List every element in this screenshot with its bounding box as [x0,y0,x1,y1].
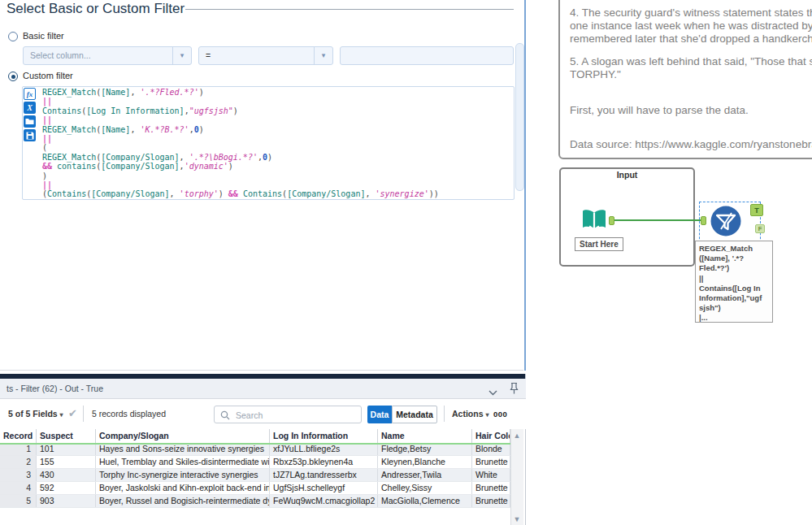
chevron-down-icon[interactable]: ▾ [172,47,191,64]
operator-dropdown[interactable]: = ▾ [198,46,333,65]
table-cell[interactable]: Brunette [472,482,510,494]
table-cell[interactable]: 101 [37,443,96,455]
table-cell[interactable]: Brunette [472,456,510,468]
panel-splitter[interactable] [524,0,526,371]
comment-paragraph: Data source: https://www.kaggle.com/ryan… [570,138,812,151]
caret-down-icon: ▾ [60,411,63,419]
apply-check-icon[interactable]: ✔ [68,407,77,419]
record-number-cell[interactable]: 5 [0,495,37,507]
table-cell[interactable]: Chelley,Sissy [378,482,472,494]
actions-dropdown[interactable]: Actions ▾ [452,409,489,419]
filter-input-anchor[interactable] [701,216,706,225]
table-cell[interactable]: 430 [37,469,96,481]
search-icon [220,410,230,420]
table-cell[interactable]: Torphy Inc-synergize interactive synergi… [96,469,270,481]
pin-icon[interactable] [509,382,519,398]
table-row[interactable]: 2155Huel, Tremblay and Skiles-disinterme… [0,456,510,469]
comment-box[interactable]: 4. The security guard's witness statemen… [558,0,812,159]
number-format-toggle[interactable]: 000 [493,410,507,419]
table-cell[interactable]: 903 [37,495,96,507]
functions-fx-icon[interactable]: fx [24,88,36,100]
column-header[interactable]: Hair Colo [472,429,510,443]
toolbar-separator [83,406,84,422]
scroll-down-arrow[interactable]: ▼ [513,515,521,523]
table-row[interactable]: 5903Boyer, Russel and Bogisich-reinterme… [0,495,510,508]
connection-wire[interactable] [614,219,702,221]
open-folder-icon[interactable] [24,115,36,128]
data-tab-button[interactable]: Data [367,406,392,423]
false-output-anchor[interactable]: F [755,224,765,233]
table-cell[interactable]: xfJYuLL.bfliege2s [270,443,378,455]
expression-line: || [42,115,510,124]
metadata-tab-button[interactable]: Metadata [392,406,437,423]
comment-paragraph: 4. The security guard's witness statemen… [570,7,812,46]
true-output-anchor[interactable]: T [750,204,763,216]
filter-value-field[interactable] [340,46,514,65]
search-box[interactable] [214,406,362,423]
expression-line: REGEX_Match([Name], '.*?Fled.*?') [42,88,510,97]
table-cell[interactable]: Rbxz53p.bkleynen4a [270,456,378,468]
table-cell[interactable]: Fledge,Betsy [378,443,472,455]
comment-paragraph: First, you will have to parse the data. [570,104,749,117]
variables-x-icon[interactable]: X [24,102,36,114]
column-select-dropdown[interactable]: Select column... ▾ [23,46,192,65]
column-header[interactable]: Suspect [37,429,96,443]
table-row[interactable]: 4592Boyer, Jaskolski and Kihn-exploit ba… [0,482,510,495]
chevron-down-icon[interactable]: ▾ [314,47,332,64]
search-input[interactable] [234,407,359,423]
table-cell[interactable]: Kleynen,Blanche [378,456,472,468]
table-cell[interactable]: 592 [37,482,96,494]
table-cell[interactable]: tJZ7LAg.tandresserbx [270,469,378,481]
fields-dropdown[interactable]: 5 of 5 Fields ▾ [8,409,63,419]
table-row[interactable]: 1101Hayes and Sons-seize innovative syne… [0,443,510,456]
title-rule-line [185,9,514,10]
header-underline [0,443,510,445]
table-cell[interactable]: MacGiolla,Clemence [378,495,472,507]
custom-filter-label: Custom filter [23,71,73,80]
table-cell[interactable]: Blonde [472,443,510,455]
record-number-cell[interactable]: 1 [0,443,37,455]
table-cell[interactable]: White [472,469,510,481]
record-number-cell[interactable]: 2 [0,456,37,468]
table-cell[interactable]: Brunette [472,495,510,507]
table-cell[interactable]: Boyer, Jaskolski and Kihn-exploit back-e… [96,482,270,494]
table-cell[interactable]: FeWuq9wcM.cmacgiollap2 [270,495,378,507]
filter-tool-annotation[interactable]: REGEX_Match([Name], '.*?Fled.*?')||Conta… [695,241,773,323]
expression-code[interactable]: REGEX_Match([Name], '.*?Fled.*?')||Conta… [42,88,510,199]
output-anchor[interactable] [609,216,614,225]
results-title: ts - Filter (62) - Out - True [7,384,103,393]
grid-vertical-scrollbar[interactable] [510,429,523,525]
table-row[interactable]: 3430Torphy Inc-synergize interactive syn… [0,469,510,482]
expression-line: || [42,134,510,143]
caret-down-icon: ▾ [485,411,489,419]
table-cell[interactable]: Hayes and Sons-seize innovative synergie… [96,443,270,455]
column-header[interactable]: Name [378,429,472,443]
column-select-placeholder: Select column... [30,50,91,60]
table-cell[interactable]: 155 [37,456,96,468]
text-input-tool-icon[interactable] [580,208,608,236]
collapse-chevron-icon[interactable] [489,384,497,399]
results-title-bar: ts - Filter (62) - Out - True [0,379,526,399]
scroll-up-arrow[interactable]: ▲ [513,432,521,440]
expression-line: (Contains([Company/Slogan], 'torphy') &&… [42,189,510,198]
container-label: Input [559,170,695,180]
basic-filter-radio[interactable] [8,32,18,41]
grid-header-row: RecordSuspectCompany/SloganLog In Inform… [0,429,510,443]
save-icon[interactable] [24,129,36,141]
config-scrollbar-thumb[interactable] [515,43,524,191]
operator-value: = [206,50,211,60]
filter-tool-icon[interactable] [710,206,741,240]
custom-filter-radio[interactable] [8,72,18,81]
column-header[interactable]: Log In Information [270,429,378,443]
column-header[interactable]: Company/Slogan [96,429,270,443]
start-here-annotation[interactable]: Start Here [575,237,623,251]
table-cell[interactable]: UgfSjsH.schelleygf [270,482,378,494]
table-cell[interactable]: Huel, Tremblay and Skiles-disintermediat… [96,456,270,468]
record-number-cell[interactable]: 3 [0,469,37,481]
column-header[interactable]: Record [0,429,37,443]
table-cell[interactable]: Andresser,Twila [378,469,472,481]
record-number-cell[interactable]: 4 [0,482,37,494]
filter-configuration-panel: Select Basic or Custom Filter Basic filt… [0,0,523,371]
expression-line: || [42,180,510,189]
table-cell[interactable]: Boyer, Russel and Bogisich-reintermediat… [96,495,270,507]
